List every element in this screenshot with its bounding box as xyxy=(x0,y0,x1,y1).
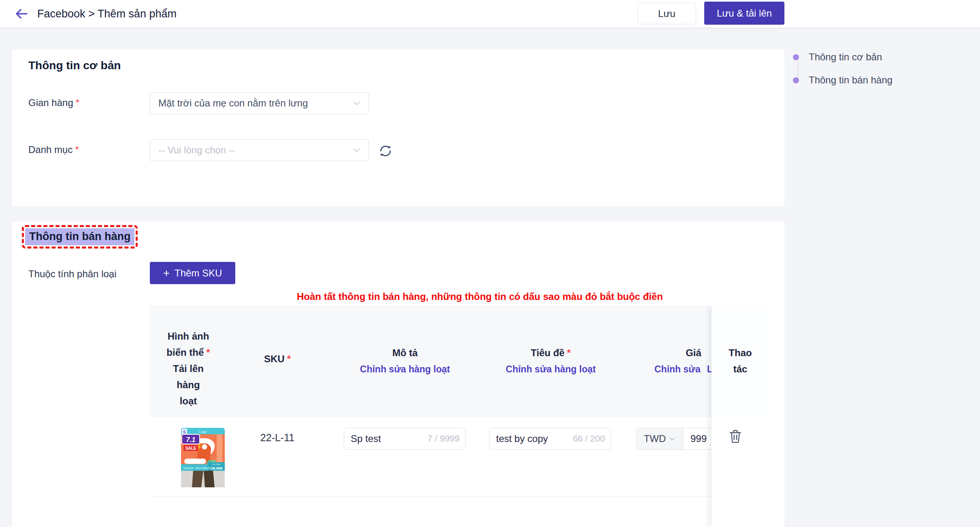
nav-dot-icon xyxy=(793,54,799,60)
save-and-upload-button[interactable]: Lưu & tải lên xyxy=(704,2,784,25)
sku-value: 22-L-11 xyxy=(227,432,328,444)
title-value: test by copy xyxy=(496,433,569,444)
svg-text:7.1: 7.1 xyxy=(186,436,196,444)
attention-dashed-outline: Thông tin bán hàng xyxy=(22,225,138,249)
required-asterisk: * xyxy=(76,97,79,108)
anchor-item-sales-info[interactable]: Thông tin bán hàng xyxy=(793,74,893,86)
svg-text:Hot Sale: Hot Sale xyxy=(212,463,220,465)
variant-image-thumbnail[interactable]: 7.1 S SALE Expires: 2021/06/20 Hot Sale … xyxy=(181,428,225,487)
nav-dot-icon xyxy=(793,77,799,83)
sales-info-section: Thông tin bán hàng Thuộc tính phân loại … xyxy=(12,221,784,527)
breadcrumb: Facebook > Thêm sản phẩm xyxy=(37,0,177,28)
required-asterisk: * xyxy=(567,347,571,358)
column-header-title: Tiêu đề* Chỉnh sửa hàng loạt xyxy=(482,345,620,377)
category-label: Danh mục* xyxy=(28,144,79,155)
basic-info-title: Thông tin cơ bản xyxy=(28,59,121,72)
chevron-down-icon xyxy=(669,437,675,441)
svg-text:Logo: Logo xyxy=(199,430,207,434)
top-bar: Facebook > Thêm sản phẩm Lưu Lưu & tải l… xyxy=(0,0,980,28)
bulk-upload-link[interactable]: Tải lên hàng loạt xyxy=(168,361,209,409)
save-button[interactable]: Lưu xyxy=(637,3,696,24)
column-header-image: Hình ảnh biến thể* xyxy=(158,328,219,361)
sku-table: Hình ảnh biến thể* Tải lên hàng loạt SKU… xyxy=(150,306,769,527)
store-select[interactable]: Mặt trời của mẹ con nằm trên lưng xyxy=(150,92,369,114)
required-asterisk: * xyxy=(75,144,79,155)
back-arrow-icon[interactable] xyxy=(14,6,29,21)
basic-info-section: Thông tin cơ bản Gian hàng* Mặt trời của… xyxy=(12,49,784,206)
svg-text:S: S xyxy=(183,429,186,434)
sku-table-header: Hình ảnh biến thể* Tải lên hàng loạt SKU… xyxy=(150,306,769,417)
column-header-description: Mô tả Chỉnh sửa hàng loạt xyxy=(328,345,482,377)
currency-select[interactable]: TWD xyxy=(636,428,683,450)
sku-table-row: 7.1 S SALE Expires: 2021/06/20 Hot Sale … xyxy=(150,417,769,497)
svg-text:29,999: 29,999 xyxy=(211,466,222,470)
store-label: Gian hàng* xyxy=(28,97,79,108)
description-value: Sp test xyxy=(351,433,424,444)
category-select-placeholder: -- Vui lòng chọn -- xyxy=(158,144,353,156)
required-asterisk: * xyxy=(287,353,291,364)
description-input[interactable]: Sp test 7 / 9999 xyxy=(344,428,466,450)
title-counter: 66 / 200 xyxy=(573,434,605,444)
bulk-edit-description-link[interactable]: Chỉnh sửa hàng loạt xyxy=(328,361,482,377)
sales-info-title: Thông tin bán hàng xyxy=(25,228,134,245)
delete-sku-trash-icon[interactable] xyxy=(729,429,741,443)
anchor-item-basic-info[interactable]: Thông tin cơ bản xyxy=(793,51,882,63)
action-column-header-bg: Thao tác xyxy=(712,306,769,417)
svg-text:SALE: SALE xyxy=(185,446,196,450)
category-select[interactable]: -- Vui lòng chọn -- xyxy=(150,139,369,161)
classification-attribute-label: Thuộc tính phân loại xyxy=(28,268,117,280)
bulk-edit-title-link[interactable]: Chỉnh sửa hàng loạt xyxy=(482,361,620,377)
action-fixed-column: Thao tác xyxy=(712,306,769,527)
title-input[interactable]: test by copy 66 / 200 xyxy=(489,428,611,450)
add-sku-button[interactable]: + Thêm SKU xyxy=(150,262,235,284)
plus-icon: + xyxy=(163,268,170,279)
refresh-categories-icon[interactable] xyxy=(379,144,392,158)
column-header-action: Thao tác xyxy=(727,345,754,377)
bulk-edit-price-link[interactable]: Chỉnh sửa xyxy=(654,361,701,377)
store-select-value: Mặt trời của mẹ con nằm trên lưng xyxy=(158,98,353,109)
svg-text:Expires: 2021/06/20: Expires: 2021/06/20 xyxy=(183,466,211,470)
chevron-down-icon xyxy=(353,148,360,152)
column-header-sku: SKU* xyxy=(227,353,328,365)
chevron-down-icon xyxy=(353,101,360,105)
required-fields-warning: Hoàn tất thông tin bán hàng, những thông… xyxy=(170,291,790,302)
required-asterisk: * xyxy=(206,347,210,358)
description-counter: 7 / 9999 xyxy=(427,434,460,444)
